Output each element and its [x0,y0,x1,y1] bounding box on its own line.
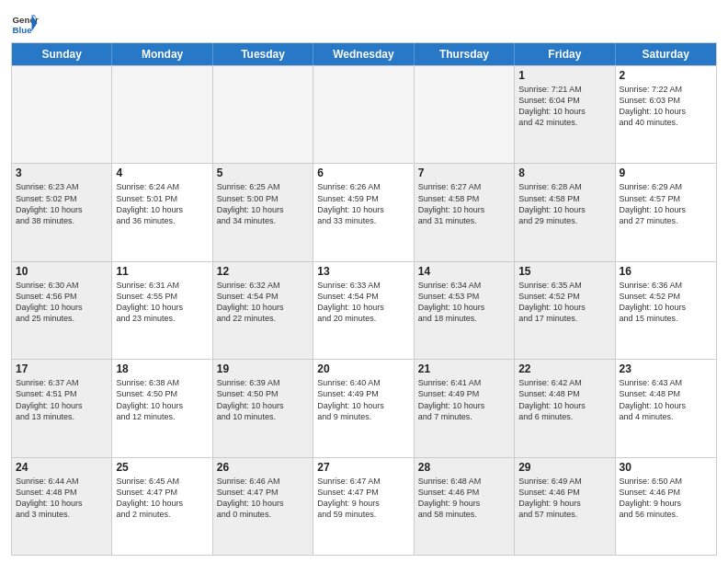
calendar-cell-0-0 [12,66,112,163]
day-number: 23 [620,362,712,375]
weekday-header-thursday: Thursday [415,43,515,65]
day-info: Sunrise: 6:37 AM Sunset: 4:51 PM Dayligh… [16,377,108,422]
day-info: Sunrise: 6:38 AM Sunset: 4:50 PM Dayligh… [116,377,208,422]
weekday-header-friday: Friday [515,43,615,65]
day-number: 8 [518,167,610,179]
day-info: Sunrise: 6:31 AM Sunset: 4:55 PM Dayligh… [116,280,208,325]
calendar-cell-4-3: 27Sunrise: 6:47 AM Sunset: 4:47 PM Dayli… [313,458,414,555]
day-number: 20 [317,362,409,375]
calendar-row-3: 17Sunrise: 6:37 AM Sunset: 4:51 PM Dayli… [12,359,716,456]
day-info: Sunrise: 7:22 AM Sunset: 6:03 PM Dayligh… [620,84,712,129]
calendar-cell-1-6: 9Sunrise: 6:29 AM Sunset: 4:57 PM Daylig… [616,164,716,260]
day-info: Sunrise: 6:47 AM Sunset: 4:47 PM Dayligh… [317,476,409,521]
day-number: 28 [418,461,510,474]
calendar-cell-2-2: 12Sunrise: 6:32 AM Sunset: 4:54 PM Dayli… [213,262,313,359]
calendar-cell-3-2: 19Sunrise: 6:39 AM Sunset: 4:50 PM Dayli… [213,360,313,456]
calendar-cell-0-4 [415,66,515,163]
calendar-cell-0-2 [213,66,313,163]
day-number: 25 [116,461,208,474]
day-number: 27 [317,461,409,474]
calendar-cell-2-3: 13Sunrise: 6:33 AM Sunset: 4:54 PM Dayli… [313,262,414,359]
calendar-cell-1-1: 4Sunrise: 6:24 AM Sunset: 5:01 PM Daylig… [112,164,212,260]
day-number: 15 [518,265,610,278]
day-number: 17 [16,362,108,375]
day-number: 9 [620,167,712,179]
day-number: 13 [317,265,409,278]
day-info: Sunrise: 6:39 AM Sunset: 4:50 PM Dayligh… [217,377,309,422]
weekday-header-tuesday: Tuesday [213,43,313,65]
day-info: Sunrise: 6:41 AM Sunset: 4:49 PM Dayligh… [418,377,510,422]
weekday-header-monday: Monday [112,43,212,65]
calendar-row-0: 1Sunrise: 7:21 AM Sunset: 6:04 PM Daylig… [12,65,716,163]
svg-text:Blue: Blue [13,25,33,35]
day-number: 18 [116,362,208,375]
calendar-cell-3-0: 17Sunrise: 6:37 AM Sunset: 4:51 PM Dayli… [12,360,112,456]
day-number: 3 [16,167,108,179]
calendar-cell-1-2: 5Sunrise: 6:25 AM Sunset: 5:00 PM Daylig… [213,164,313,260]
day-info: Sunrise: 6:29 AM Sunset: 4:57 PM Dayligh… [620,181,712,226]
calendar-cell-3-4: 21Sunrise: 6:41 AM Sunset: 4:49 PM Dayli… [415,360,515,456]
weekday-header-saturday: Saturday [616,43,716,65]
calendar-cell-3-5: 22Sunrise: 6:42 AM Sunset: 4:48 PM Dayli… [515,360,615,456]
day-number: 21 [418,362,510,375]
calendar-cell-4-1: 25Sunrise: 6:45 AM Sunset: 4:47 PM Dayli… [112,458,212,555]
calendar-cell-2-4: 14Sunrise: 6:34 AM Sunset: 4:53 PM Dayli… [415,262,515,359]
day-number: 1 [518,69,610,82]
calendar-row-4: 24Sunrise: 6:44 AM Sunset: 4:48 PM Dayli… [12,457,716,555]
day-info: Sunrise: 6:36 AM Sunset: 4:52 PM Dayligh… [620,280,712,325]
day-number: 2 [620,69,712,82]
day-number: 7 [418,167,510,179]
calendar-header: SundayMondayTuesdayWednesdayThursdayFrid… [12,43,716,65]
day-info: Sunrise: 6:49 AM Sunset: 4:46 PM Dayligh… [518,476,610,521]
calendar-body: 1Sunrise: 7:21 AM Sunset: 6:04 PM Daylig… [12,65,716,555]
day-info: Sunrise: 6:24 AM Sunset: 5:01 PM Dayligh… [116,181,208,226]
day-number: 26 [217,461,309,474]
calendar-cell-1-5: 8Sunrise: 6:28 AM Sunset: 4:58 PM Daylig… [515,164,615,260]
calendar-cell-4-2: 26Sunrise: 6:46 AM Sunset: 4:47 PM Dayli… [213,458,313,555]
day-info: Sunrise: 6:32 AM Sunset: 4:54 PM Dayligh… [217,280,309,325]
calendar-cell-1-3: 6Sunrise: 6:26 AM Sunset: 4:59 PM Daylig… [313,164,414,260]
day-number: 4 [116,167,208,179]
calendar-row-2: 10Sunrise: 6:30 AM Sunset: 4:56 PM Dayli… [12,261,716,359]
calendar-cell-0-3 [313,66,414,163]
day-number: 24 [16,461,108,474]
day-info: Sunrise: 6:50 AM Sunset: 4:46 PM Dayligh… [620,476,712,521]
calendar: SundayMondayTuesdayWednesdayThursdayFrid… [11,42,717,556]
calendar-cell-1-4: 7Sunrise: 6:27 AM Sunset: 4:58 PM Daylig… [415,164,515,260]
day-number: 19 [217,362,309,375]
day-number: 10 [16,265,108,278]
calendar-row-1: 3Sunrise: 6:23 AM Sunset: 5:02 PM Daylig… [12,163,716,260]
day-info: Sunrise: 6:25 AM Sunset: 5:00 PM Dayligh… [217,181,309,226]
calendar-cell-2-1: 11Sunrise: 6:31 AM Sunset: 4:55 PM Dayli… [112,262,212,359]
day-number: 29 [518,461,610,474]
calendar-cell-2-0: 10Sunrise: 6:30 AM Sunset: 4:56 PM Dayli… [12,262,112,359]
calendar-cell-3-6: 23Sunrise: 6:43 AM Sunset: 4:48 PM Dayli… [616,360,716,456]
calendar-cell-4-4: 28Sunrise: 6:48 AM Sunset: 4:46 PM Dayli… [415,458,515,555]
calendar-cell-3-1: 18Sunrise: 6:38 AM Sunset: 4:50 PM Dayli… [112,360,212,456]
logo-icon: General Blue [11,9,39,37]
day-number: 30 [620,461,712,474]
calendar-cell-4-0: 24Sunrise: 6:44 AM Sunset: 4:48 PM Dayli… [12,458,112,555]
calendar-cell-0-6: 2Sunrise: 7:22 AM Sunset: 6:03 PM Daylig… [616,66,716,163]
day-info: Sunrise: 6:27 AM Sunset: 4:58 PM Dayligh… [418,181,510,226]
logo: General Blue [11,9,42,37]
day-info: Sunrise: 6:45 AM Sunset: 4:47 PM Dayligh… [116,476,208,521]
day-info: Sunrise: 6:48 AM Sunset: 4:46 PM Dayligh… [418,476,510,521]
calendar-cell-3-3: 20Sunrise: 6:40 AM Sunset: 4:49 PM Dayli… [313,360,414,456]
calendar-cell-4-5: 29Sunrise: 6:49 AM Sunset: 4:46 PM Dayli… [515,458,615,555]
calendar-cell-1-0: 3Sunrise: 6:23 AM Sunset: 5:02 PM Daylig… [12,164,112,260]
day-number: 5 [217,167,309,179]
day-info: Sunrise: 6:28 AM Sunset: 4:58 PM Dayligh… [518,181,610,226]
day-number: 22 [518,362,610,375]
day-info: Sunrise: 6:34 AM Sunset: 4:53 PM Dayligh… [418,280,510,325]
calendar-cell-2-5: 15Sunrise: 6:35 AM Sunset: 4:52 PM Dayli… [515,262,615,359]
day-info: Sunrise: 6:23 AM Sunset: 5:02 PM Dayligh… [16,181,108,226]
day-info: Sunrise: 6:46 AM Sunset: 4:47 PM Dayligh… [217,476,309,521]
day-info: Sunrise: 6:42 AM Sunset: 4:48 PM Dayligh… [518,377,610,422]
day-info: Sunrise: 6:26 AM Sunset: 4:59 PM Dayligh… [317,181,409,226]
day-number: 11 [116,265,208,278]
day-number: 12 [217,265,309,278]
calendar-cell-2-6: 16Sunrise: 6:36 AM Sunset: 4:52 PM Dayli… [616,262,716,359]
day-info: Sunrise: 6:33 AM Sunset: 4:54 PM Dayligh… [317,280,409,325]
calendar-cell-0-5: 1Sunrise: 7:21 AM Sunset: 6:04 PM Daylig… [515,66,615,163]
